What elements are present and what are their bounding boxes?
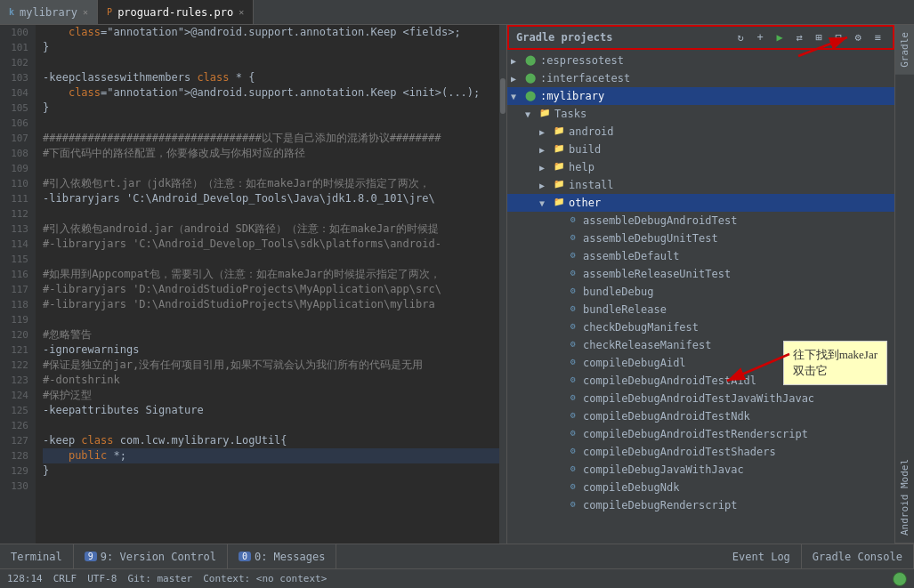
code-line-108: #下面代码中的路径配置，你要修改成与你相对应的路径 [43, 146, 499, 161]
gradle-toolbar: ↻ + ▶ ⇄ ⊞ ⊟ ⚙ ≡ [732, 29, 886, 45]
bottom-tabs: Terminal 9 9: Version Control 0 0: Messa… [0, 544, 914, 568]
tree-item-build[interactable]: ▶📁build [507, 141, 894, 158]
tab-bar: k mylibrary ✕ P proguard-rules.pro ✕ [0, 0, 914, 25]
tree-item-checkDebugManifest[interactable]: ⚙checkDebugManifest [507, 318, 894, 336]
tree-item-assembleReleaseUnitTest[interactable]: ⚙assembleReleaseUnitTest [507, 265, 894, 283]
version-control-badge: 9 [85, 552, 97, 561]
status-position: 128:14 [7, 573, 43, 584]
code-area: 1001011021031041051061071081091101111121… [0, 25, 506, 544]
gradle-console-label: Gradle Console [813, 551, 902, 563]
status-encoding: UTF-8 [87, 573, 117, 584]
event-log-tab[interactable]: Event Log [722, 544, 802, 568]
code-line-123: #-dontshrink [43, 373, 499, 388]
tree-item-install[interactable]: ▶📁install [507, 176, 894, 194]
gradle-console-tab[interactable]: Gradle Console [802, 544, 914, 568]
tree-item-compileDebugNdk[interactable]: ⚙compileDebugNdk [507, 479, 894, 496]
main-content: 1001011021031041051061071081091101111121… [0, 25, 914, 544]
settings-btn[interactable]: ⚙ [850, 29, 866, 45]
code-line-107: ##################################以下是自己添… [43, 131, 499, 146]
code-line-115 [43, 252, 499, 267]
tab-mylibrary-label: mylibrary [20, 6, 77, 19]
sync-btn[interactable]: ⇄ [791, 29, 807, 45]
gradle-outer: Gradle projects ↻ + ▶ ⇄ ⊞ ⊟ ⚙ ≡ [507, 25, 914, 544]
tree-item-espressotest[interactable]: ▶⬤:espressotest [507, 52, 894, 69]
messages-badge: 0 [239, 552, 251, 561]
collapse-btn[interactable]: ⊟ [830, 29, 846, 45]
status-bar: 128:14 CRLF UTF-8 Git: master Context: <… [0, 568, 914, 588]
code-line-124: #保护泛型 [43, 388, 499, 403]
gradle-side-tab[interactable]: Gradle [895, 25, 914, 75]
editor-pane: 1001011021031041051061071081091101111121… [0, 25, 507, 544]
status-context: Context: <no context> [203, 573, 327, 584]
code-line-101: } [43, 40, 499, 55]
code-line-127: -keep class com.lcw.mylibrary.LogUtil{ [43, 433, 499, 448]
tree-item-bundleDebug[interactable]: ⚙bundleDebug [507, 283, 894, 301]
tree-item-mylibrary[interactable]: ▼⬤:mylibrary [507, 87, 894, 105]
refresh-btn[interactable]: ↻ [732, 29, 748, 45]
code-line-106 [43, 116, 499, 131]
right-side-tabs: Gradle Android Model [894, 25, 914, 544]
tab-proguard[interactable]: P proguard-rules.pro ✕ [98, 0, 254, 24]
event-log-label: Event Log [732, 551, 790, 563]
tree-item-other[interactable]: ▼📁other [507, 194, 894, 212]
run-btn[interactable]: ▶ [772, 29, 788, 45]
code-line-122: #保证是独立的jar,没有任何项目引用,如果不写就会认为我们所有的代码是无用 [43, 358, 499, 373]
code-line-129: } [43, 463, 499, 479]
code-line-117: #-libraryjars 'D:\AndroidStudioProjects\… [43, 282, 499, 297]
tree-item-compileDebugAndroidTestShaders[interactable]: ⚙compileDebugAndroidTestShaders [507, 443, 894, 461]
status-vcs: Git: master [127, 573, 192, 584]
tree-item-help[interactable]: ▶📁help [507, 158, 894, 176]
tree-item-android[interactable]: ▶📁android [507, 123, 894, 141]
gradle-tree[interactable]: ▶⬤:espressotest▶⬤:interfacetest▼⬤:mylibr… [507, 50, 894, 544]
android-model-tab[interactable]: Android Model [895, 452, 914, 544]
code-line-120: #忽略警告 [43, 327, 499, 342]
code-line-113: #引入依赖包android.jar（android SDK路径）（注意：如在ma… [43, 222, 499, 237]
status-left: 128:14 CRLF UTF-8 Git: master Context: <… [7, 573, 327, 584]
add-btn[interactable]: + [752, 29, 768, 45]
tree-item-interfacetest[interactable]: ▶⬤:interfacetest [507, 69, 894, 87]
kt-icon: k [9, 7, 14, 17]
tree-item-compileDebugAndroidTestJavaWithJavac[interactable]: ⚙compileDebugAndroidTestJavaWithJavac [507, 390, 894, 407]
code-line-125: -keepattributes Signature [43, 403, 499, 418]
code-line-112 [43, 206, 499, 222]
tree-item-compileDebugAndroidTestNdk[interactable]: ⚙compileDebugAndroidTestNdk [507, 407, 894, 425]
code-line-104: class="annotation">@android.support.anno… [43, 85, 499, 101]
code-line-116: #如果用到Appcompat包，需要引入（注意：如在makeJar的时候提示指定… [43, 267, 499, 282]
editor-scrollbar[interactable] [499, 25, 506, 544]
tree-item-compileDebugAndroidTestRenderscript[interactable]: ⚙compileDebugAndroidTestRenderscript [507, 425, 894, 443]
code-line-121: -ignorewarnings [43, 342, 499, 358]
code-line-130 [43, 479, 499, 494]
version-control-tab[interactable]: 9 9: Version Control [74, 544, 228, 568]
tab-proguard-close[interactable]: ✕ [239, 7, 244, 17]
tab-mylibrary[interactable]: k mylibrary ✕ [0, 0, 98, 24]
status-line-ending: CRLF [53, 573, 77, 584]
status-right [893, 572, 907, 586]
gradle-pane: Gradle projects ↻ + ▶ ⇄ ⊞ ⊟ ⚙ ≡ [507, 25, 894, 544]
annotation-box: 往下找到makeJar双击它 [783, 341, 887, 385]
code-content[interactable]: class="annotation">@android.support.anno… [36, 25, 499, 544]
tree-item-bundleRelease[interactable]: ⚙bundleRelease [507, 301, 894, 318]
tab-proguard-label: proguard-rules.pro [117, 6, 233, 19]
code-line-114: #-libraryjars 'C:\Android_Develop_Tools\… [43, 237, 499, 252]
terminal-label: Terminal [11, 551, 62, 563]
expand-btn[interactable]: ⊞ [811, 29, 827, 45]
code-line-100: class="annotation">@android.support.anno… [43, 25, 499, 40]
terminal-tab[interactable]: Terminal [0, 544, 74, 568]
tree-item-assembleDefault[interactable]: ⚙assembleDefault [507, 247, 894, 265]
tree-item-assembleDebugUnitTest[interactable]: ⚙assembleDebugUnitTest [507, 230, 894, 247]
pro-icon: P [107, 7, 112, 17]
code-line-119 [43, 312, 499, 327]
tree-item-assembleDebugAndroidTest[interactable]: ⚙assembleDebugAndroidTest [507, 212, 894, 230]
messages-tab[interactable]: 0 0: Messages [228, 544, 337, 568]
status-indicator [893, 572, 907, 586]
tree-item-compileDebugRenderscript[interactable]: ⚙compileDebugRenderscript [507, 496, 894, 514]
more-btn[interactable]: ≡ [870, 29, 886, 45]
gradle-header: Gradle projects ↻ + ▶ ⇄ ⊞ ⊟ ⚙ ≡ [507, 25, 894, 50]
tree-item-tasks[interactable]: ▼📁Tasks [507, 105, 894, 123]
version-control-label: 9: Version Control [101, 551, 216, 563]
tab-mylibrary-close[interactable]: ✕ [83, 7, 88, 17]
tree-item-compileDebugJavaWithJavac[interactable]: ⚙compileDebugJavaWithJavac [507, 461, 894, 479]
code-line-103: -keepclasseswithmembers class * { [43, 70, 499, 85]
code-line-102 [43, 55, 499, 70]
code-line-110: #引入依赖包rt.jar（jdk路径）（注意：如在makeJar的时候提示指定了… [43, 176, 499, 191]
